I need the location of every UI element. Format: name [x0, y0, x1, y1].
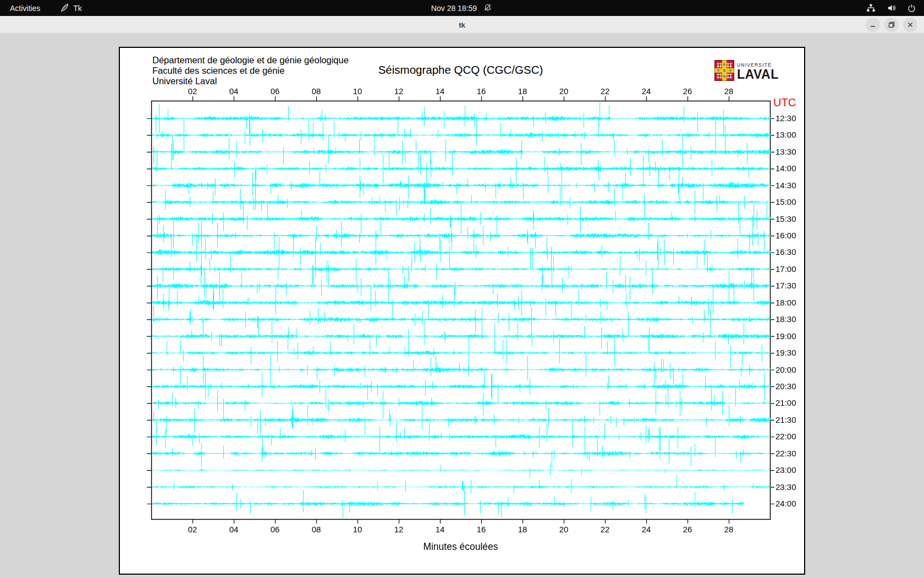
window-titlebar[interactable]: tk	[0, 16, 924, 34]
network-icon	[866, 3, 876, 13]
x-tick-label: 26	[676, 525, 698, 534]
utc-time-label: 23:30	[776, 482, 796, 492]
x-tick-label: 22	[594, 525, 616, 534]
x-tick-label: 06	[264, 525, 286, 534]
restore-button[interactable]	[884, 18, 899, 32]
x-tick-label: 12	[388, 86, 410, 96]
x-tick-label: 20	[553, 525, 575, 534]
utc-time-label: 16:30	[776, 247, 796, 257]
utc-time-label: 15:30	[776, 214, 796, 223]
clock-button[interactable]: Nov 28 18:59	[431, 0, 493, 16]
x-tick-label: 20	[553, 86, 575, 96]
utc-time-label: 15:00	[776, 197, 796, 206]
x-axis-title: Minutes écoulées	[151, 541, 770, 553]
x-tick-label: 02	[182, 86, 204, 96]
x-tick-label: 26	[676, 86, 698, 96]
app-menu[interactable]: Tk	[60, 3, 82, 13]
x-tick-label: 18	[512, 86, 534, 96]
x-tick-label: 14	[429, 86, 451, 96]
power-icon	[907, 3, 916, 13]
tk-root-window: Département de géologie et de génie géol…	[0, 34, 924, 578]
utc-time-label: 24:00	[776, 499, 796, 508]
close-button[interactable]	[903, 18, 917, 32]
x-tick-label: 06	[264, 86, 286, 96]
x-tick-label: 04	[223, 525, 245, 534]
x-tick-label: 22	[594, 86, 616, 96]
utc-time-label: 18:00	[776, 298, 796, 307]
utc-time-label: 20:30	[776, 381, 796, 391]
utc-time-label: 20:00	[776, 365, 796, 374]
utc-time-label: 14:30	[776, 181, 796, 190]
utc-time-label: 23:00	[776, 465, 796, 475]
utc-time-label: 12:30	[776, 113, 796, 123]
activities-button[interactable]: Activities	[0, 0, 50, 16]
utc-time-label: 19:00	[776, 331, 796, 341]
x-tick-label: 14	[429, 525, 451, 534]
x-tick-label: 16	[470, 86, 492, 96]
utc-time-label: 16:00	[776, 231, 796, 240]
utc-time-label: 13:00	[776, 130, 796, 139]
utc-time-label: 13:30	[776, 147, 796, 156]
utc-time-label: 22:00	[776, 432, 796, 441]
app-menu-label: Tk	[73, 4, 82, 13]
gnome-top-bar: Activities Tk Nov 28 18:59	[0, 0, 924, 16]
x-tick-label: 24	[635, 525, 657, 534]
x-tick-label: 02	[182, 525, 204, 534]
utc-time-label: 19:30	[776, 348, 796, 357]
tk-feather-icon	[60, 3, 69, 13]
x-tick-label: 28	[718, 86, 740, 96]
utc-time-label: 17:30	[776, 281, 796, 290]
x-tick-label: 10	[346, 525, 369, 534]
x-tick-label: 16	[470, 525, 492, 534]
x-tick-label: 10	[346, 86, 369, 96]
volume-icon	[887, 3, 896, 13]
x-tick-label: 04	[223, 86, 245, 96]
utc-time-label: 21:30	[776, 415, 796, 424]
utc-axis-title: UTC	[773, 96, 796, 109]
x-tick-label: 24	[635, 86, 657, 96]
utc-time-label: 14:00	[776, 163, 796, 173]
notifications-disabled-icon	[483, 3, 493, 13]
clock-label: Nov 28 18:59	[431, 4, 477, 13]
utc-time-label: 17:00	[776, 264, 796, 274]
utc-time-label: 18:30	[776, 314, 796, 324]
x-tick-label: 12	[388, 525, 410, 534]
utc-time-label: 22:30	[776, 449, 796, 458]
window-title: tk	[0, 16, 924, 34]
x-tick-label: 18	[512, 525, 534, 534]
system-status-area[interactable]	[866, 0, 916, 16]
minimize-button[interactable]	[866, 18, 880, 32]
x-tick-label: 08	[305, 86, 327, 96]
utc-time-label: 21:00	[776, 398, 796, 407]
x-tick-label: 08	[305, 525, 327, 534]
seismograph-canvas-window: Département de géologie et de génie géol…	[119, 47, 805, 575]
seismogram-plot	[120, 48, 804, 574]
x-tick-label: 28	[718, 525, 740, 534]
